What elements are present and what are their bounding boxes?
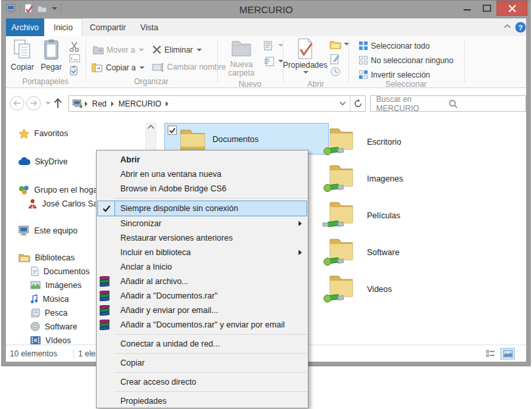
easy-access-icon[interactable] <box>264 56 276 66</box>
new-item-icon[interactable] <box>264 41 276 51</box>
context-menu: Abrir Abrir en una ventana nueva Browse … <box>96 150 308 408</box>
tab-compartir[interactable]: Compartir <box>85 18 131 36</box>
select-none-button[interactable]: No seleccionar ninguno <box>358 55 453 65</box>
checkmark-icon <box>97 201 115 216</box>
menu-item-restaurar-versiones[interactable]: Restaurar versiones anteriores <box>97 231 308 245</box>
menu-item-abrir-ventana-nueva[interactable]: Abrir en una ventana nueva <box>97 167 308 181</box>
paste-button[interactable]: Pegar <box>37 39 65 72</box>
menu-item-anadir-rar-enviar-email[interactable]: Añadir a "Documentos.rar" y enviar por e… <box>97 318 308 332</box>
search-box[interactable]: Buscar en MERCURIO <box>370 95 526 112</box>
history-icon[interactable] <box>330 66 341 77</box>
help-icon[interactable]: ? <box>515 22 526 33</box>
sidebar-item-software[interactable]: Software <box>30 320 77 333</box>
breadcrumb-arrow-icon <box>111 101 114 107</box>
shared-folder-icon <box>322 200 360 231</box>
copy-path-icon[interactable] <box>69 54 80 62</box>
address-dropdown-icon[interactable] <box>335 101 350 106</box>
menu-item-propiedades[interactable]: Propiedades <box>97 394 308 408</box>
disc-icon <box>30 322 40 331</box>
star-icon <box>18 128 30 139</box>
recent-locations-caret[interactable] <box>45 102 51 105</box>
close-button[interactable] <box>496 1 527 16</box>
select-all-button[interactable]: Seleccionar todo <box>358 41 429 51</box>
up-button[interactable] <box>53 97 62 108</box>
address-bar[interactable]: Red MERCURIO <box>68 95 366 112</box>
rename-button[interactable]: Cambiar nombre <box>152 62 226 72</box>
menu-item-abrir[interactable]: Abrir <box>97 153 308 167</box>
ribbon-tab-strip: Archivo Inicio Compartir Vista ? <box>6 18 526 36</box>
sidebar-item-este-equipo[interactable]: Este equipo <box>18 224 78 237</box>
sidebar-item-skydrive[interactable]: SkyDrive <box>18 155 68 168</box>
breadcrumb-red[interactable]: Red <box>89 99 109 108</box>
menu-item-anadir-enviar-email[interactable]: Añadir y enviar por email... <box>97 303 308 318</box>
menu-item-crear-acceso-directo[interactable]: Crear acceso directo <box>97 375 308 389</box>
cut-icon[interactable] <box>69 41 80 52</box>
menu-item-copiar[interactable]: Copiar <box>97 356 308 370</box>
group-label-abrir: Abrir <box>283 80 349 89</box>
dropdown-caret <box>303 71 308 74</box>
open-folder-icon[interactable] <box>329 40 341 49</box>
menu-item-anadir-archivo[interactable]: Añadir al archivo... <box>97 274 308 289</box>
file-item-escritorio[interactable]: Escritorio <box>322 126 401 158</box>
menu-item-siempre-disponible[interactable]: Siempre disponible sin conexión <box>97 201 308 216</box>
sidebar-item-imagenes[interactable]: Imágenes <box>30 278 82 292</box>
copy-to-button[interactable]: Copiar a <box>91 62 145 73</box>
file-item-peliculas[interactable]: Películas <box>322 200 400 231</box>
details-view-button[interactable] <box>483 348 498 360</box>
scroll-up-icon[interactable] <box>147 124 155 130</box>
new-folder-button[interactable]: Nueva carpeta <box>223 39 260 78</box>
minimize-ribbon-icon[interactable] <box>504 24 511 29</box>
menu-item-browse-adobe-bridge[interactable]: Browse in Adobe Bridge CS6 <box>97 181 308 196</box>
sidebar-item-musica[interactable]: Música <box>30 292 69 306</box>
navigation-bar: Red MERCURIO Buscar en MERCURIO <box>6 89 526 120</box>
sidebar-item-pesca[interactable]: Pesca <box>30 306 68 320</box>
invert-selection-button[interactable]: Invertir selección <box>358 70 430 80</box>
refresh-icon[interactable] <box>350 96 365 111</box>
item-checkbox[interactable] <box>168 126 177 135</box>
image-icon <box>30 281 41 289</box>
copy-icon <box>12 39 32 61</box>
submenu-arrow-icon <box>299 250 302 255</box>
delete-button[interactable]: Eliminar <box>152 45 202 55</box>
library-icon <box>30 308 40 318</box>
menu-item-anclar-inicio[interactable]: Anclar a Inicio <box>97 260 308 274</box>
move-to-button[interactable]: Mover a <box>93 45 144 55</box>
menu-item-conectar-unidad-red[interactable]: Conectar a unidad de red... <box>97 337 308 351</box>
move-to-icon <box>93 45 104 55</box>
menu-item-incluir-biblioteca[interactable]: Incluir en biblioteca <box>97 245 308 260</box>
sidebar-item-favoritos[interactable]: Favoritos <box>18 126 68 140</box>
dropdown-caret <box>139 49 144 51</box>
maximize-button[interactable] <box>477 1 496 15</box>
sidebar-item-grupo-hogar[interactable]: Grupo en el hogar <box>18 183 101 197</box>
group-divider <box>464 39 465 82</box>
menu-item-anadir-documentos-rar[interactable]: Añadir a "Documentos.rar" <box>97 289 308 303</box>
tab-vista[interactable]: Vista <box>132 18 166 36</box>
folder-icon <box>178 126 207 153</box>
menu-separator <box>114 198 308 199</box>
forward-button[interactable] <box>26 96 41 110</box>
select-none-icon <box>358 55 368 65</box>
back-button[interactable] <box>10 96 24 110</box>
file-item-videos[interactable]: Videos <box>322 274 392 305</box>
edit-icon[interactable] <box>330 53 340 64</box>
sidebar-item-bibliotecas[interactable]: Bibliotecas <box>18 251 74 264</box>
minimize-button[interactable] <box>457 1 477 15</box>
file-item-software[interactable]: Software <box>322 237 399 268</box>
group-divider <box>349 39 349 82</box>
search-icon[interactable] <box>448 99 521 108</box>
breadcrumb-arrow-icon <box>85 101 87 107</box>
paste-shortcut-icon[interactable] <box>69 65 78 76</box>
copy-button[interactable]: Copiar <box>9 39 36 72</box>
thumbnail-view-button[interactable] <box>500 348 515 360</box>
properties-button[interactable]: Propiedades <box>283 38 327 74</box>
file-item-imagenes[interactable]: Imagenes <box>322 163 403 195</box>
sidebar-item-documentos[interactable]: Documentos <box>30 264 89 278</box>
tab-inicio[interactable]: Inicio <box>44 18 82 36</box>
ribbon: Copiar Pegar Portapapeles Mover a <box>6 36 526 88</box>
copy-to-icon <box>91 62 103 73</box>
title-bar[interactable]: MERCURIO <box>2 1 530 18</box>
tab-archivo[interactable]: Archivo <box>6 18 44 36</box>
submenu-arrow-icon <box>299 221 302 226</box>
breadcrumb-mercurio[interactable]: MERCURIO <box>116 99 164 108</box>
menu-item-sincronizar[interactable]: Sincronizar <box>97 216 308 231</box>
